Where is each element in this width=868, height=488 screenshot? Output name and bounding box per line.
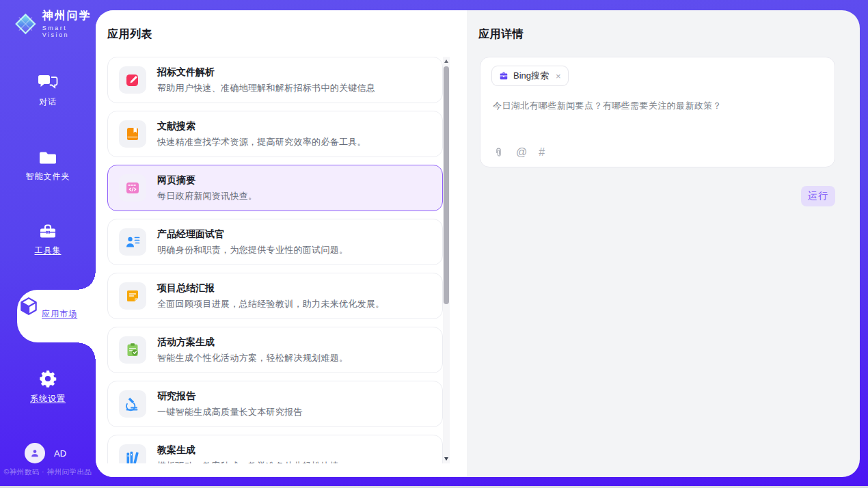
app-card-pm-interviewer[interactable]: 产品经理面试官 明确身份和职责，为您提供专业性的面试问题。 [107, 219, 443, 265]
close-icon[interactable]: × [556, 71, 561, 81]
mention-icon[interactable]: @ [516, 146, 527, 159]
toolbox-icon [38, 223, 57, 240]
app-card-description: 智能生成个性化活动方案，轻松解决规划难题。 [157, 352, 348, 364]
app-card-web-summary[interactable]: 网页摘要 每日政府新闻资讯快查。 [107, 165, 443, 211]
scrollbar-down-icon[interactable] [444, 457, 448, 461]
app-card-title: 项目总结汇报 [157, 282, 385, 295]
app-list-title: 应用列表 [107, 27, 152, 42]
prompt-input[interactable]: 今日湖北有哪些新闻要点？有哪些需要关注的最新政策？ [493, 100, 821, 112]
app-card-list: 招标文件解析 帮助用户快速、准确地理解和解析招标书中的关键信息 文献搜索 [107, 57, 443, 463]
tool-tag-bing-search[interactable]: Bing搜索 × [491, 66, 569, 86]
app-card-title: 招标文件解析 [157, 66, 375, 79]
document-pen-icon [119, 66, 146, 94]
brand: 神州问学 Smart Vision [12, 9, 96, 38]
app-card-title: 网页摘要 [157, 174, 257, 187]
sidebar-item-label: 工具集 [35, 245, 62, 256]
folder-icon [38, 149, 57, 166]
cube-icon [18, 296, 39, 316]
app-card-description: 全面回顾项目进展，总结经验教训，助力未来优化发展。 [157, 298, 385, 310]
brand-name: 神州问学 [42, 9, 96, 23]
sidebar-item-label: 对话 [39, 96, 57, 108]
content-area: 应用列表 招标文件解析 帮助用户快速、准确地理解和解析招标书中的关键信息 [96, 10, 860, 477]
topic-icon[interactable]: # [539, 146, 545, 159]
user-account[interactable]: AD [25, 443, 66, 463]
app-card-project-summary[interactable]: 项目总结汇报 全面回顾项目进展，总结经验教训，助力未来优化发展。 [107, 273, 443, 319]
sidebar-item-label: 智能文件夹 [26, 171, 70, 182]
app-card-title: 研究报告 [157, 390, 303, 403]
prompt-card[interactable]: Bing搜索 × 今日湖北有哪些新闻要点？有哪些需要关注的最新政策？ @ # [480, 57, 835, 167]
copyright-text: ©神州数码 · 神州问学出品 [0, 467, 96, 477]
chat-icon [38, 74, 58, 92]
sidebar-item-smart-folder[interactable]: 智能文件夹 [0, 149, 96, 182]
run-button[interactable]: 运行 [801, 186, 835, 206]
composer-toolbar: @ # [493, 146, 545, 159]
sidebar: 神州问学 Smart Vision 对话 智能文件夹 [0, 0, 96, 486]
app-card-lesson-plan[interactable]: 教案生成 模板驱动，教案秒成，教学准备从此轻松快捷 [107, 435, 443, 463]
sidebar-item-chat[interactable]: 对话 [0, 74, 96, 108]
sidebar-item-label: 系统设置 [30, 393, 66, 405]
app-list-scrollbar[interactable] [443, 57, 450, 463]
app-list-panel: 应用列表 招标文件解析 帮助用户快速、准确地理解和解析招标书中的关键信息 [96, 10, 467, 477]
app-card-title: 活动方案生成 [157, 336, 348, 349]
app-card-tender-analysis[interactable]: 招标文件解析 帮助用户快速、准确地理解和解析招标书中的关键信息 [107, 57, 443, 103]
brand-tagline: Smart Vision [42, 25, 96, 38]
scrollbar-up-icon[interactable] [444, 59, 448, 63]
sticky-note-icon [119, 282, 146, 310]
briefcase-icon [499, 71, 508, 81]
app-detail-title: 应用详情 [478, 27, 524, 42]
microscope-icon [119, 390, 146, 418]
gear-icon [38, 369, 57, 388]
app-frame: 神州问学 Smart Vision 对话 智能文件夹 [0, 0, 868, 486]
app-card-description: 每日政府新闻资讯快查。 [157, 190, 257, 202]
book-icon [119, 120, 146, 148]
interviewer-icon [119, 228, 146, 256]
avatar [25, 443, 45, 463]
sidebar-item-toolset[interactable]: 工具集 [0, 223, 96, 256]
app-card-activity-plan[interactable]: 活动方案生成 智能生成个性化活动方案，轻松解决规划难题。 [107, 327, 443, 373]
logo-icon [12, 10, 39, 38]
app-card-literature-search[interactable]: 文献搜索 快速精准查找学术资源，提高研究效率的必备工具。 [107, 111, 443, 157]
scrollbar-thumb[interactable] [444, 66, 449, 304]
app-card-description: 模板驱动，教案秒成，教学准备从此轻松快捷 [157, 460, 339, 464]
sidebar-item-label: 应用市场 [42, 308, 77, 320]
paperclip-icon[interactable] [493, 147, 504, 159]
browser-code-icon [119, 174, 146, 202]
app-card-description: 帮助用户快速、准确地理解和解析招标书中的关键信息 [157, 82, 375, 94]
sidebar-item-settings[interactable]: 系统设置 [0, 369, 96, 405]
app-card-description: 明确身份和职责，为您提供专业性的面试问题。 [157, 244, 348, 256]
clipboard-check-icon [119, 336, 146, 364]
tool-tag-label: Bing搜索 [513, 70, 549, 82]
app-card-research-report[interactable]: 研究报告 一键智能生成高质量长文本研究报告 [107, 381, 443, 427]
app-card-title: 文献搜索 [157, 120, 366, 133]
user-icon [29, 447, 41, 459]
sidebar-item-app-market[interactable]: 应用市场 [17, 290, 96, 342]
app-card-title: 产品经理面试官 [157, 228, 348, 241]
app-card-description: 一键智能生成高质量长文本研究报告 [157, 406, 303, 418]
app-card-description: 快速精准查找学术资源，提高研究效率的必备工具。 [157, 136, 366, 148]
user-initials: AD [54, 448, 66, 459]
app-card-title: 教案生成 [157, 444, 339, 457]
books-icon [119, 444, 146, 463]
